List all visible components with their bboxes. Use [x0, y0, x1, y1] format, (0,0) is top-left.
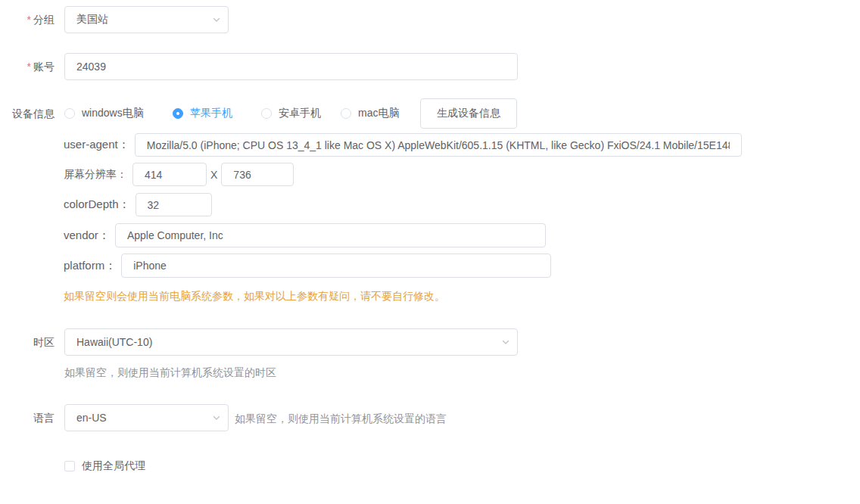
account-label-text: 账号	[33, 61, 55, 73]
resolution-height-input[interactable]	[221, 163, 294, 186]
user-agent-input[interactable]	[135, 133, 742, 157]
timezone-label: 时区	[0, 334, 55, 350]
language-label: 语言	[0, 410, 55, 425]
radio-circle-icon	[341, 108, 351, 119]
language-select[interactable]: en-US	[64, 404, 229, 431]
radio-apple-phone[interactable]: 苹果手机	[173, 98, 232, 129]
global-proxy-label: 使用全局代理	[82, 459, 145, 473]
radio-mac-pc[interactable]: mac电脑	[341, 98, 399, 129]
vendor-label: vendor：	[64, 229, 110, 243]
color-depth-input[interactable]	[136, 193, 212, 216]
vendor-input[interactable]	[115, 223, 546, 247]
platform-input[interactable]	[121, 254, 551, 278]
user-agent-label: user-agent：	[64, 138, 129, 152]
radio-android-phone[interactable]: 安卓手机	[261, 98, 321, 129]
device-params-warning: 如果留空则会使用当前电脑系统参数，如果对以上参数有疑问，请不要自行修改。	[64, 290, 445, 303]
required-asterisk: *	[27, 14, 31, 26]
resolution-label: 屏幕分辨率：	[64, 168, 127, 182]
timezone-hint: 如果留空，则使用当前计算机系统设置的时区	[64, 366, 276, 380]
global-proxy-checkbox[interactable]: 使用全局代理	[64, 459, 145, 473]
color-depth-label: colorDepth：	[64, 198, 130, 212]
radio-label: 安卓手机	[279, 107, 321, 120]
generate-device-info-button[interactable]: 生成设备信息	[420, 98, 517, 129]
chevron-down-icon	[501, 338, 510, 347]
account-field-label: *账号	[0, 59, 55, 74]
radio-label: windows电脑	[82, 107, 144, 120]
group-select-value: 美国站	[76, 13, 108, 26]
account-input[interactable]	[64, 53, 518, 80]
timezone-select-value: Hawaii(UTC-10)	[76, 336, 152, 348]
language-hint: 如果留空，则使用当前计算机系统设置的语言	[235, 412, 447, 426]
radio-circle-icon	[173, 108, 183, 119]
radio-circle-icon	[64, 108, 75, 119]
radio-windows-pc[interactable]: windows电脑	[64, 98, 144, 129]
chevron-down-icon	[212, 413, 221, 422]
platform-label: platform：	[64, 259, 116, 273]
resolution-row: 屏幕分辨率： X	[64, 163, 294, 186]
platform-row: platform：	[64, 254, 551, 278]
resolution-separator: X	[210, 169, 217, 181]
radio-label: mac电脑	[358, 107, 399, 120]
group-label-text: 分组	[33, 14, 55, 26]
profile-form-page: *分组 美国站 *账号 设备信息 windows电脑 苹果手机 安卓手机 mac…	[0, 0, 860, 504]
language-select-value: en-US	[76, 412, 107, 424]
resolution-width-input[interactable]	[132, 163, 207, 186]
chevron-down-icon	[212, 15, 221, 24]
group-select[interactable]: 美国站	[64, 6, 229, 33]
group-field-label: *分组	[0, 12, 55, 27]
color-depth-row: colorDepth：	[64, 193, 212, 216]
required-asterisk: *	[27, 61, 31, 73]
vendor-row: vendor：	[64, 223, 546, 247]
radio-circle-icon	[261, 108, 272, 119]
user-agent-row: user-agent：	[64, 133, 742, 157]
timezone-select[interactable]: Hawaii(UTC-10)	[64, 328, 518, 356]
checkbox-icon	[64, 461, 75, 471]
radio-label: 苹果手机	[190, 107, 232, 120]
